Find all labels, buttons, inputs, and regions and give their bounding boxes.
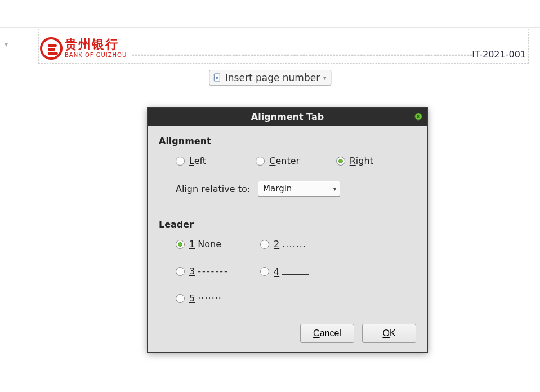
alignment-left-radio[interactable]: Left [176,155,256,166]
bank-logo-en: BANK OF GUIZHOU [65,52,127,59]
bank-logo-text: 贵州银行 BANK OF GUIZHOU [65,38,127,59]
dialog-buttons: Cancel OK [159,324,416,343]
bank-logo-cn: 贵州银行 [65,38,127,51]
leader-3-label: 3 ------- [189,266,229,277]
alignment-options-row: Left Center Right [176,155,416,166]
alignment-tab-dialog: Alignment Tab Alignment Left Center Righ… [147,107,428,353]
alignment-center-radio[interactable]: Center [256,155,336,166]
align-relative-select[interactable]: Margin ▾ [258,181,340,197]
radio-icon [176,240,185,249]
cancel-label: Cancel [313,328,341,338]
insert-page-number-button[interactable]: # Insert page number ▾ [209,70,331,86]
leader-2-dots-radio[interactable]: 2 ....... [260,239,345,250]
alignment-left-label: Left [189,155,206,166]
alignment-right-radio[interactable]: Right [336,155,416,166]
dialog-titlebar: Alignment Tab [148,108,427,126]
bank-logo-mark-icon [40,37,63,60]
alignment-center-label: Center [269,155,300,166]
leader-5-label: 5 ······· [189,293,222,304]
header-tab-leader: ----------------------------------------… [131,50,472,62]
leader-4-label: 4 [274,265,309,277]
cancel-button[interactable]: Cancel [300,324,354,343]
leader-5-middots-radio[interactable]: 5 ······· [176,293,260,304]
radio-icon [176,267,185,276]
leader-options: 1 None 2 ....... 3 ------- 4 5 ······· [176,239,416,304]
header-frame: 贵州银行 BANK OF GUIZHOU -------------------… [38,29,529,64]
leader-1-none-radio[interactable]: 1 None [176,239,260,250]
ok-button[interactable]: OK [362,324,416,343]
close-button[interactable] [414,112,423,121]
leader-section-title: Leader [159,219,416,230]
insert-page-number-label: Insert page number [225,72,320,83]
alignment-section-title: Alignment [159,136,416,146]
align-relative-row: Align relative to: Margin ▾ [176,181,416,197]
radio-icon [176,157,185,166]
radio-icon [176,294,185,303]
svg-text:#: # [216,76,218,80]
chevron-down-icon: ▾ [323,75,326,81]
ok-label: OK [382,328,395,338]
leader-2-label: 2 ....... [274,239,306,250]
leader-4-underline-radio[interactable]: 4 [260,265,345,277]
header-doc-number: IT-2021-001 [472,49,527,62]
document-header-area: 贵州银行 BANK OF GUIZHOU -------------------… [0,27,540,64]
radio-icon [260,240,269,249]
radio-icon [260,267,269,276]
radio-icon [256,157,265,166]
align-relative-value: Margin [263,184,292,194]
page-number-icon: # [213,73,222,82]
dialog-title: Alignment Tab [251,112,324,122]
bank-logo: 贵州银行 BANK OF GUIZHOU [40,37,127,62]
leader-1-label: 1 None [189,239,221,250]
chevron-down-icon: ▾ [333,186,336,192]
radio-icon [336,157,345,166]
dialog-body: Alignment Left Center Right Align relati… [148,126,427,352]
leader-3-dashes-radio[interactable]: 3 ------- [176,265,260,277]
align-relative-label: Align relative to: [176,184,250,194]
alignment-right-label: Right [350,155,373,166]
